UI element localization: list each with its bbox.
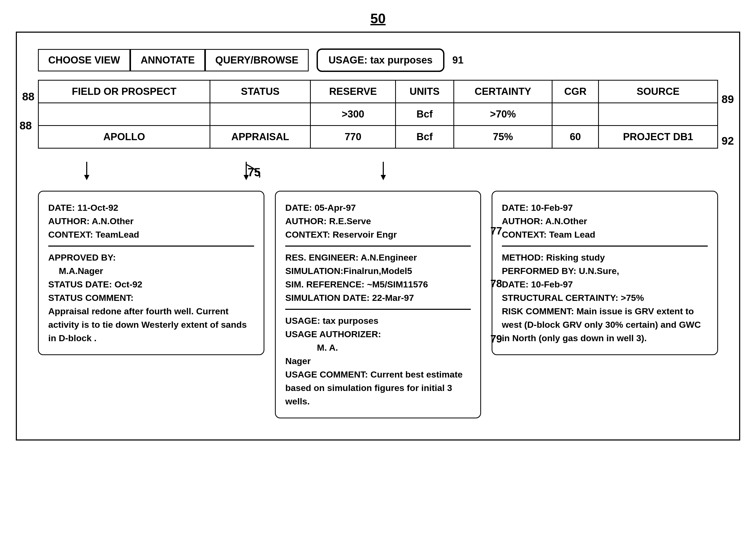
mid-date: DATE: 05-Apr-97 xyxy=(285,201,470,214)
right-method: METHOD: Risking study xyxy=(502,251,708,264)
usage-label: USAGE: tax purposes xyxy=(317,49,444,72)
label-77: 77 xyxy=(490,225,502,237)
col-header-status: STATUS xyxy=(210,80,311,103)
toolbar: CHOOSE VIEW ANNOTATE QUERY/BROWSE USAGE:… xyxy=(38,49,718,72)
left-date: DATE: 11-Oct-92 xyxy=(48,201,254,214)
svg-marker-5 xyxy=(381,175,386,180)
row2-status: APPRAISAL xyxy=(210,126,311,148)
left-status-date: STATUS DATE: Oct-92 xyxy=(48,278,254,291)
arrow-row: 75 xyxy=(38,162,718,183)
col-header-field: FIELD OR PROSPECT xyxy=(39,80,210,103)
row2-reserve: 770 xyxy=(311,126,395,148)
row2-units: Bcf xyxy=(395,126,454,148)
right-performed: PERFORMED BY: U.N.Sure, xyxy=(502,264,708,278)
label-88: 88 xyxy=(20,119,32,132)
row1-cgr xyxy=(552,103,599,126)
mid-author: AUTHOR: R.E.Serve xyxy=(285,214,470,228)
table-row: >300 Bcf >70% xyxy=(39,103,718,126)
left-approved: APPROVED BY: xyxy=(48,251,254,264)
row2-field: APOLLO xyxy=(39,126,210,148)
row1-source xyxy=(599,103,717,126)
col-header-cgr: CGR xyxy=(552,80,599,103)
choose-view-button[interactable]: CHOOSE VIEW xyxy=(38,49,130,71)
mid-context: CONTEXT: Reservoir Engr xyxy=(285,228,470,241)
arrows-svg: 75 xyxy=(38,162,718,183)
row2-cgr: 60 xyxy=(552,126,599,148)
table-row: APOLLO APPRAISAL 770 Bcf 75% 60 PROJECT … xyxy=(39,126,718,148)
info-box-left: DATE: 11-Oct-92 AUTHOR: A.N.Other CONTEX… xyxy=(38,191,264,355)
mid-divider2 xyxy=(285,309,470,310)
mid-auth-name: M. A. xyxy=(317,341,470,354)
col-header-reserve: RESERVE xyxy=(311,80,395,103)
page-number: 50 xyxy=(0,0,756,32)
mid-sim-date: SIMULATION DATE: 22-Mar-97 xyxy=(285,291,470,305)
row2-source: PROJECT DB1 xyxy=(599,126,717,148)
right-date2: DATE: 10-Feb-97 xyxy=(502,278,708,291)
mid-usage: USAGE: tax purposes xyxy=(285,314,470,328)
mid-usage-comment: USAGE COMMENT: Current best estimate bas… xyxy=(285,368,470,408)
right-structural: STRUCTURAL CERTAINTY: >75% xyxy=(502,291,708,305)
info-boxes: DATE: 11-Oct-92 AUTHOR: A.N.Other CONTEX… xyxy=(38,191,718,418)
left-context: CONTEXT: TeamLead xyxy=(48,228,254,241)
label-78: 78 xyxy=(490,278,502,289)
annotate-button[interactable]: ANNOTATE xyxy=(130,49,205,71)
query-browse-button[interactable]: QUERY/BROWSE xyxy=(205,49,309,71)
col-header-source: SOURCE xyxy=(599,80,717,103)
mid-sim-ref: SIM. REFERENCE: ~M5/SIM11576 xyxy=(285,278,470,291)
svg-text:75: 75 xyxy=(248,166,261,179)
left-divider xyxy=(48,246,254,247)
svg-marker-1 xyxy=(84,175,89,180)
label-92: 92 xyxy=(722,135,734,147)
right-author: AUTHOR: A.N.Other xyxy=(502,214,708,228)
label-89: 89 xyxy=(722,93,734,106)
row2-certainty: 75% xyxy=(454,126,552,148)
mid-res-engineer: RES. ENGINEER: A.N.Engineer xyxy=(285,251,470,264)
diagram-outer-border: CHOOSE VIEW ANNOTATE QUERY/BROWSE USAGE:… xyxy=(16,32,740,440)
mid-divider1 xyxy=(285,246,470,247)
col-header-units: UNITS xyxy=(395,80,454,103)
mid-simulation: SIMULATION:Finalrun,Model5 xyxy=(285,264,470,278)
label-88-pos: 88 xyxy=(22,91,34,103)
mid-usage-auth: USAGE AUTHORIZER: xyxy=(285,328,470,341)
info-box-right: DATE: 10-Feb-97 AUTHOR: A.N.Other CONTEX… xyxy=(492,191,718,355)
middle-box-wrapper: DATE: 05-Apr-97 AUTHOR: R.E.Serve CONTEX… xyxy=(275,191,481,418)
label-91: 91 xyxy=(452,54,463,66)
info-box-middle: DATE: 05-Apr-97 AUTHOR: R.E.Serve CONTEX… xyxy=(275,191,481,418)
row1-field xyxy=(39,103,210,126)
page-container: 50 CHOOSE VIEW ANNOTATE QUERY/BROWSE USA… xyxy=(0,0,756,440)
col-header-certainty: CERTAINTY xyxy=(454,80,552,103)
left-author: AUTHOR: A.N.Other xyxy=(48,214,254,228)
right-context: CONTEXT: Team Lead xyxy=(502,228,708,241)
row1-certainty: >70% xyxy=(454,103,552,126)
mid-auth-name2: Nager xyxy=(285,354,470,368)
left-comment-text: Appraisal redone after fourth well. Curr… xyxy=(48,305,254,345)
left-approved-name: M.A.Nager xyxy=(59,264,254,278)
right-date: DATE: 10-Feb-97 xyxy=(502,201,708,214)
right-risk-comment: RISK COMMENT: Main issue is GRV extent t… xyxy=(502,305,708,345)
row1-status xyxy=(210,103,311,126)
table-area: 88 FIELD OR PROSPECT STATUS RESERVE UNIT… xyxy=(38,80,718,149)
left-status-comment: STATUS COMMENT: xyxy=(48,291,254,305)
label-79: 79 xyxy=(490,333,502,345)
row1-units: Bcf xyxy=(395,103,454,126)
row1-reserve: >300 xyxy=(311,103,395,126)
main-table: FIELD OR PROSPECT STATUS RESERVE UNITS C… xyxy=(38,80,718,149)
right-divider xyxy=(502,246,708,247)
